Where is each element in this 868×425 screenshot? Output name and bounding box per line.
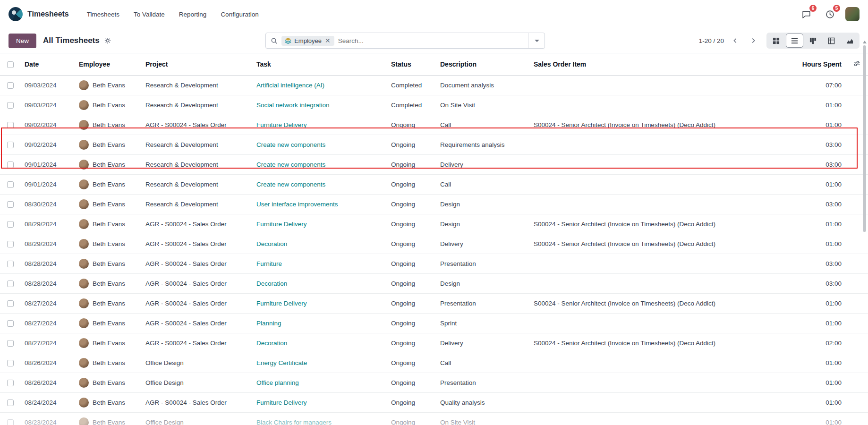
task-link[interactable]: Black Chairs for managers [256,419,332,425]
row-checkbox[interactable] [7,340,14,347]
pager-previous-button[interactable] [729,34,742,47]
list-view-button[interactable] [786,34,803,48]
search-bar[interactable]: Employee ✕ [265,33,545,49]
table-row[interactable]: 09/01/2024 Beth Evans Research & Develop… [0,175,868,195]
task-link[interactable]: Planning [256,320,281,327]
table-row[interactable]: 08/30/2024 Beth Evans Research & Develop… [0,195,868,214]
menu-item-to-validate[interactable]: To Validate [128,7,170,22]
row-project: Research & Development [142,175,253,195]
task-link[interactable]: Decoration [256,340,287,347]
column-options-icon[interactable] [853,61,860,68]
row-checkbox[interactable] [7,221,14,228]
employee-name: Beth Evans [93,260,125,267]
pivot-view-button[interactable] [823,34,840,48]
row-checkbox[interactable] [7,122,14,128]
remove-filter-icon[interactable]: ✕ [324,37,331,44]
task-link[interactable]: Furniture Delivery [256,121,307,128]
row-checkbox[interactable] [7,419,14,425]
task-link[interactable]: Energy Certificate [256,359,307,366]
row-checkbox[interactable] [7,181,14,188]
table-row[interactable]: 08/29/2024 Beth Evans AGR - S00024 - Sal… [0,234,868,254]
column-header-task[interactable]: Task [253,53,387,76]
scrollbar-thumb[interactable] [863,45,866,232]
table-row[interactable]: 08/28/2024 Beth Evans AGR - S00024 - Sal… [0,254,868,274]
table-row[interactable]: 09/02/2024 Beth Evans Research & Develop… [0,135,868,155]
row-checkbox[interactable] [7,320,14,327]
new-button[interactable]: New [9,34,36,48]
menu-item-timesheets[interactable]: Timesheets [81,7,125,22]
row-checkbox[interactable] [7,280,14,287]
task-link[interactable]: Create new components [256,141,325,148]
table-row[interactable]: 08/27/2024 Beth Evans AGR - S00024 - Sal… [0,333,868,353]
scroll-up-arrow-icon[interactable] [863,41,867,43]
column-header-project[interactable]: Project [142,53,253,76]
favorites-gear-icon[interactable] [103,36,112,45]
row-checkbox[interactable] [7,400,14,406]
activities-icon[interactable]: 5 [822,6,838,22]
task-link[interactable]: Artificial intelligence (AI) [256,82,324,89]
row-checkbox[interactable] [7,360,14,366]
row-checkbox[interactable] [7,300,14,307]
user-avatar[interactable] [845,7,859,21]
table-row[interactable]: 09/01/2024 Beth Evans Research & Develop… [0,155,868,175]
menu-item-reporting[interactable]: Reporting [173,7,213,22]
task-link[interactable]: Furniture Delivery [256,399,307,406]
task-link[interactable]: Decoration [256,280,287,287]
pager-next-button[interactable] [747,34,760,47]
task-link[interactable]: Decoration [256,240,287,247]
row-checkbox[interactable] [7,261,14,267]
row-checkbox[interactable] [7,201,14,208]
kanban-view-button[interactable] [767,34,785,48]
search-dropdown-toggle[interactable] [528,33,545,48]
row-project: AGR - S00024 - Sales Order [142,393,253,413]
row-status: Ongoing [387,274,436,294]
column-header-status[interactable]: Status [387,53,436,76]
table-row[interactable]: 08/27/2024 Beth Evans AGR - S00024 - Sal… [0,294,868,314]
graph-view-button[interactable] [841,34,859,48]
select-all-checkbox[interactable] [7,61,14,68]
table-row[interactable]: 09/02/2024 Beth Evans AGR - S00024 - Sal… [0,115,868,135]
task-link[interactable]: User interface improvements [256,201,338,208]
search-input[interactable] [338,37,528,44]
row-checkbox[interactable] [7,162,14,168]
table-row[interactable]: 08/27/2024 Beth Evans AGR - S00024 - Sal… [0,314,868,333]
row-checkbox[interactable] [7,82,14,89]
scrollbar[interactable] [861,40,868,425]
row-checkbox[interactable] [7,380,14,386]
row-checkbox[interactable] [7,142,14,148]
table-row[interactable]: 08/26/2024 Beth Evans Office Design Ener… [0,353,868,373]
menu-item-configuration[interactable]: Configuration [215,7,264,22]
table-row[interactable]: 08/28/2024 Beth Evans AGR - S00024 - Sal… [0,274,868,294]
task-link[interactable]: Social network integration [256,102,330,109]
task-link[interactable]: Furniture Delivery [256,221,307,228]
row-checkbox[interactable] [7,102,14,109]
row-task: Decoration [253,333,387,353]
filter-facet-employee[interactable]: Employee ✕ [281,36,334,46]
table-row[interactable]: 09/03/2024 Beth Evans Research & Develop… [0,95,868,115]
task-link[interactable]: Create new components [256,181,325,188]
column-header-description[interactable]: Description [436,53,530,76]
task-link[interactable]: Office planning [256,379,299,386]
messages-icon[interactable]: 6 [798,6,814,22]
row-date: 08/24/2024 [21,393,75,413]
row-sales-order-item [530,393,793,413]
table-row[interactable]: 08/29/2024 Beth Evans AGR - S00024 - Sal… [0,214,868,234]
row-hours-spent: 03:00 [793,135,845,155]
table-row[interactable]: 09/03/2024 Beth Evans Research & Develop… [0,76,868,95]
column-header-hours-spent[interactable]: Hours Spent [793,53,845,76]
table-row[interactable]: 08/26/2024 Beth Evans Office Design Offi… [0,373,868,393]
kanban-columns-view-button[interactable] [804,34,822,48]
app-brand[interactable]: Timesheets [9,7,69,21]
task-link[interactable]: Create new components [256,161,325,168]
row-status: Ongoing [387,413,436,425]
row-checkbox[interactable] [7,241,14,247]
table-row[interactable]: 08/24/2024 Beth Evans AGR - S00024 - Sal… [0,393,868,413]
column-header-sales-order-item[interactable]: Sales Order Item [530,53,793,76]
table-row[interactable]: 08/23/2024 Beth Evans Office Design Blac… [0,413,868,425]
row-status: Ongoing [387,155,436,175]
column-header-date[interactable]: Date [21,53,75,76]
task-link[interactable]: Furniture [256,260,282,267]
column-header-employee[interactable]: Employee [75,53,142,76]
task-link[interactable]: Furniture Delivery [256,300,307,307]
row-date: 08/27/2024 [21,294,75,314]
